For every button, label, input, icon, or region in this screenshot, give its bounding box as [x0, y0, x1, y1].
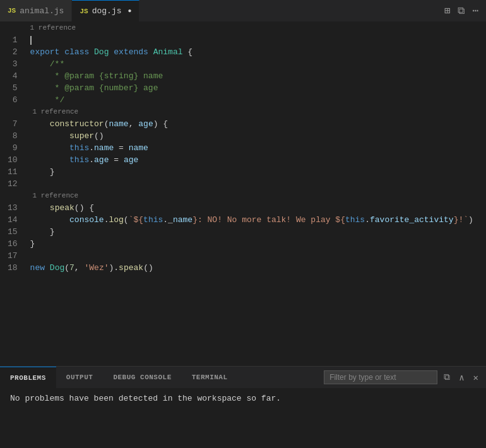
tab-label-animal-js: animal.js — [20, 6, 64, 16]
tab-terminal[interactable]: TERMINAL — [182, 367, 238, 388]
panel-filter: ⧉ ∧ ✕ — [324, 370, 486, 384]
code-line-5: * @param {number} age — [30, 82, 486, 94]
code-line-17 — [30, 250, 486, 262]
tab-debug-console[interactable]: DEBUG CONSOLE — [103, 367, 181, 388]
editor-area: 1 2 3 4 5 6 7 8 9 10 11 12 13 14 15 16 1… — [0, 22, 486, 366]
code-line-2: export class Dog extends Animal { — [30, 46, 486, 58]
tab-close-dog-js[interactable]: ● — [127, 8, 131, 15]
ref-line-top[interactable]: 1 reference — [30, 22, 486, 34]
panel-tabs: PROBLEMS OUTPUT DEBUG CONSOLE TERMINAL ⧉… — [0, 367, 486, 389]
tab-animal-js[interactable]: JS animal.js — [0, 0, 72, 21]
code-line-16: } — [30, 238, 486, 250]
open-editors-icon[interactable]: ⊞ — [442, 3, 453, 18]
filter-input[interactable] — [324, 370, 437, 384]
code-line-1 — [30, 34, 486, 46]
more-actions-icon[interactable]: ⋯ — [470, 3, 481, 18]
code-line-6: */ — [30, 94, 486, 106]
code-line-18: new Dog(7, 'Wez').speak() — [30, 262, 486, 274]
tab-output[interactable]: OUTPUT — [56, 367, 104, 388]
panel-copy-icon[interactable]: ⧉ — [441, 371, 453, 384]
tab-bar: JS animal.js JS dog.js ● ⊞ ⧉ ⋯ — [0, 0, 486, 22]
code-line-13: speak() { — [30, 202, 486, 214]
code-line-4: * @param {string} name — [30, 70, 486, 82]
tab-label-dog-js: dog.js — [92, 6, 122, 16]
code-line-8: super() — [30, 130, 486, 142]
tab-bar-actions: ⊞ ⧉ ⋯ — [442, 3, 486, 18]
code-line-11: } — [30, 166, 486, 178]
panel-content: No problems have been detected in the wo… — [0, 389, 486, 448]
code-line-9: this.name = name — [30, 142, 486, 154]
panel-collapse-icon[interactable]: ∧ — [456, 371, 466, 384]
ref-line-speak[interactable]: 1 reference — [30, 190, 486, 202]
bottom-panel: PROBLEMS OUTPUT DEBUG CONSOLE TERMINAL ⧉… — [0, 366, 486, 448]
code-line-12 — [30, 178, 486, 190]
code-line-15: } — [30, 226, 486, 238]
panel-close-icon[interactable]: ✕ — [471, 371, 481, 384]
code-line-14: console.log(`${this._name}: NO! No more … — [30, 214, 486, 226]
ref-line-constructor[interactable]: 1 reference — [30, 106, 486, 118]
no-problems-message: No problems have been detected in the wo… — [10, 394, 281, 403]
tab-dog-js[interactable]: JS dog.js ● — [72, 0, 139, 21]
js-icon: JS — [8, 7, 16, 15]
code-line-3: /** — [30, 58, 486, 70]
text-cursor — [30, 36, 32, 45]
tab-problems[interactable]: PROBLEMS — [0, 367, 56, 388]
js-icon-2: JS — [80, 8, 88, 15]
line-numbers: 1 2 3 4 5 6 7 8 9 10 11 12 13 14 15 16 1… — [0, 22, 28, 366]
split-editor-icon[interactable]: ⧉ — [455, 4, 467, 18]
code-line-7: constructor(name, age) { — [30, 118, 486, 130]
code-editor[interactable]: 1 reference export class Dog extends Ani… — [28, 22, 486, 366]
code-line-10: this.age = age — [30, 154, 486, 166]
